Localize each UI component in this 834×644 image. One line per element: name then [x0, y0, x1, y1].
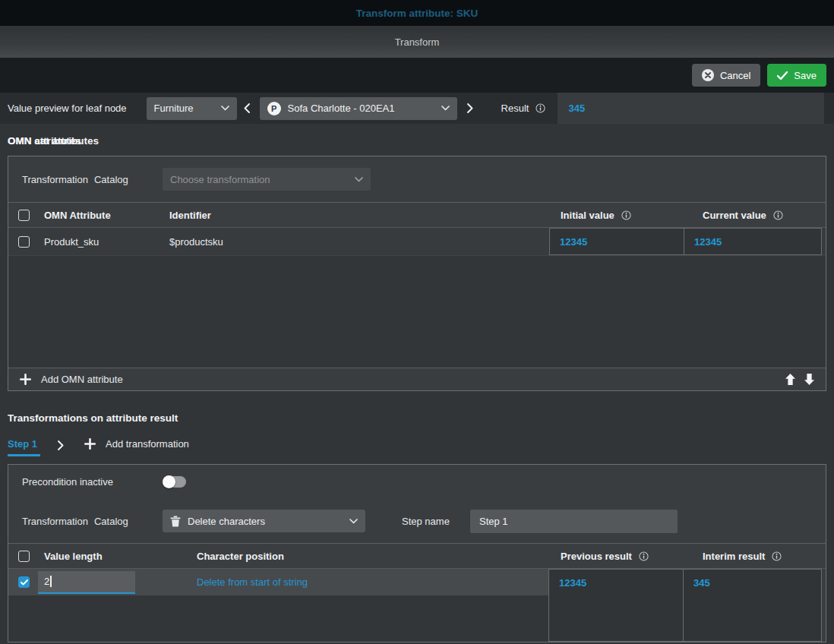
- omn-row-checkbox[interactable]: [18, 236, 30, 248]
- previous-result-column-header: Previous result: [561, 551, 632, 562]
- omn-attribute-cell: Produkt_sku: [36, 228, 169, 255]
- chevron-down-icon: [355, 177, 363, 182]
- interim-result-column-header: Interim result: [703, 551, 765, 562]
- character-position-cell[interactable]: Delete from start of string: [197, 576, 548, 588]
- next-node-button[interactable]: [460, 103, 480, 113]
- trash-icon: [170, 516, 181, 527]
- result-label: Result: [501, 103, 529, 114]
- interim-result-info-icon[interactable]: [772, 551, 782, 561]
- chevron-down-icon: [441, 106, 450, 111]
- node-dropdown[interactable]: P Sofa Charlotte - 020EA1: [260, 97, 457, 120]
- identifier-cell: $productsku: [169, 228, 549, 255]
- result-info-icon[interactable]: [535, 103, 545, 113]
- step-catalog-row: Transformation Catalog Delete characters…: [8, 499, 826, 543]
- tab-step-1[interactable]: Step 1: [8, 437, 40, 456]
- result-value-field: 345: [558, 93, 824, 124]
- transformation-label: Transformation: [22, 174, 88, 185]
- current-value-column-header: Current value: [703, 210, 766, 221]
- plus-icon: [84, 438, 96, 450]
- transformation-catalog-label: Transformation Catalog: [22, 516, 163, 527]
- step-table-body: 2 Delete from start of string 12345 345: [8, 569, 826, 642]
- omn-attributes-panel: Transformation Catalog Choose transforma…: [8, 156, 826, 391]
- omn-table-row: Produkt_sku $productsku 12345 12345: [8, 228, 826, 255]
- step-table-empty-area: [8, 595, 548, 642]
- cancel-button-label: Cancel: [720, 70, 750, 81]
- category-dropdown-value: Furniture: [154, 103, 214, 114]
- chevron-down-icon: [221, 106, 229, 111]
- move-down-button[interactable]: [804, 374, 814, 385]
- previous-result-cell: 12345: [548, 569, 684, 642]
- step-table-row-selected[interactable]: 2 Delete from start of string: [8, 569, 548, 595]
- chevron-left-icon: [244, 103, 250, 113]
- omn-catalog-row: Transformation Catalog Choose transforma…: [8, 156, 826, 202]
- value-length-value: 2: [44, 576, 49, 587]
- chevron-down-icon: [349, 519, 358, 524]
- save-button-label: Save: [794, 70, 817, 81]
- value-length-input[interactable]: 2: [38, 571, 135, 594]
- toggle-knob: [163, 475, 175, 488]
- add-omn-attribute-label: Add OMN attribute: [41, 374, 123, 385]
- cancel-button[interactable]: Cancel: [692, 64, 760, 87]
- precondition-toggle[interactable]: [163, 476, 186, 488]
- checkmark-icon: [21, 579, 28, 586]
- arrow-down-icon: [804, 374, 814, 385]
- previous-result-info-icon[interactable]: [639, 551, 649, 561]
- choose-transformation-placeholder: Choose transformation: [170, 174, 348, 185]
- initial-value-info-icon[interactable]: [621, 210, 631, 220]
- move-up-button[interactable]: [785, 374, 795, 385]
- character-position-column-header: Character position: [197, 551, 549, 562]
- catalog-label: Catalog: [94, 174, 128, 185]
- initial-value-cell: 12345: [549, 228, 684, 255]
- cancel-circle-x-icon: [702, 69, 714, 81]
- interim-result-cell: 345: [683, 569, 822, 642]
- step-select-all-checkbox[interactable]: [18, 551, 30, 562]
- result-value: 345: [568, 103, 585, 114]
- add-omn-attribute-button[interactable]: Add OMN attribute: [20, 374, 123, 385]
- omn-table-footer: Add OMN attribute: [8, 368, 826, 390]
- transformations-heading: Transformations on attribute result: [8, 412, 834, 424]
- previous-node-button[interactable]: [237, 103, 257, 113]
- save-button[interactable]: Save: [767, 64, 826, 87]
- current-value-info-icon[interactable]: [773, 210, 783, 220]
- transformation-catalog-label: Transformation Catalog: [22, 174, 163, 185]
- precondition-label: Precondition inactive: [22, 476, 163, 488]
- step-row-checkbox[interactable]: [18, 576, 30, 588]
- product-badge-icon: P: [267, 102, 281, 115]
- dialog-title: Transform: [395, 36, 440, 48]
- choose-transformation-dropdown[interactable]: Choose transformation: [163, 168, 371, 191]
- step-name-input[interactable]: [470, 510, 678, 533]
- step-panel: Precondition inactive Transformation Cat…: [8, 464, 826, 642]
- value-preview-row: Value preview for leaf node Furniture P …: [0, 93, 834, 124]
- initial-value-column-header: Initial value: [561, 210, 614, 221]
- catalog-label: Catalog: [94, 516, 128, 527]
- step-tabs: Step 1 Add transformation: [8, 437, 834, 457]
- add-transformation-label: Add transformation: [106, 438, 189, 450]
- next-step-button[interactable]: [58, 440, 64, 450]
- step-name-label: Step name: [402, 516, 452, 527]
- chevron-right-icon: [467, 103, 473, 113]
- identifier-column-header: Identifier: [169, 210, 549, 221]
- omn-table-header: OMN Attribute Identifier Initial value C…: [8, 202, 826, 228]
- dialog-header: Transform: [0, 26, 834, 58]
- omn-table-empty-area: [8, 255, 826, 368]
- chevron-right-icon: [58, 440, 64, 450]
- text-cursor: [50, 576, 52, 587]
- action-bar: Cancel Save: [0, 58, 834, 93]
- window-title: Transform attribute: SKU: [356, 8, 479, 19]
- omn-attributes-heading: OMN cat attributes OMN attributes: [0, 124, 834, 156]
- transformation-type-dropdown[interactable]: Delete characters: [163, 510, 365, 532]
- transformation-type-value: Delete characters: [188, 516, 343, 527]
- step-table-header: Value length Character position Previous…: [8, 543, 826, 569]
- category-dropdown[interactable]: Furniture: [147, 97, 237, 120]
- window-titlebar: Transform attribute: SKU: [0, 0, 834, 26]
- omn-select-all-checkbox[interactable]: [18, 210, 30, 221]
- arrow-up-icon: [785, 374, 795, 385]
- current-value-cell: 12345: [684, 228, 822, 255]
- checkmark-icon: [777, 71, 788, 80]
- step-table-left: 2 Delete from start of string: [8, 569, 548, 642]
- value-preview-label: Value preview for leaf node: [8, 103, 127, 114]
- step-table-result-cells: 12345 345: [548, 569, 826, 642]
- add-transformation-button[interactable]: Add transformation: [84, 438, 189, 450]
- value-length-column-header: Value length: [36, 551, 197, 562]
- plus-icon: [20, 374, 31, 385]
